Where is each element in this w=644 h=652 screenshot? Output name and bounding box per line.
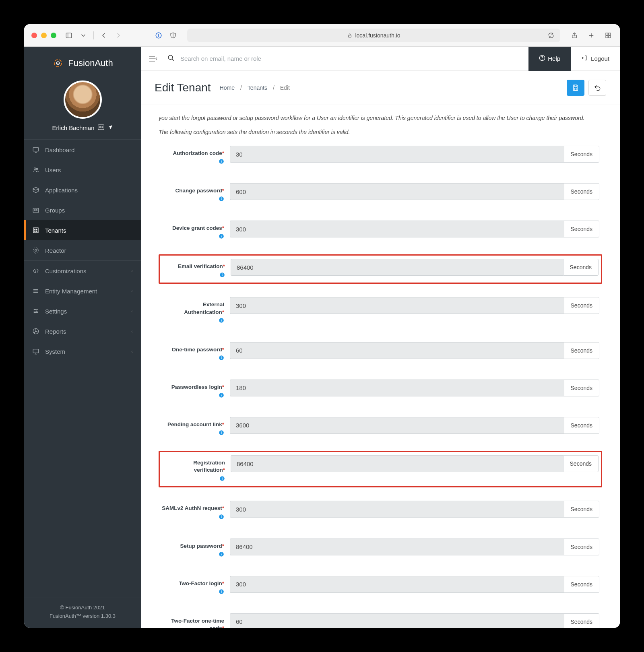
field-input[interactable] bbox=[231, 259, 563, 276]
sidebar-item-system[interactable]: System‹ bbox=[24, 341, 141, 361]
info-icon[interactable] bbox=[161, 392, 224, 400]
svg-point-58 bbox=[221, 160, 222, 161]
search-input[interactable] bbox=[180, 55, 321, 62]
svg-rect-24 bbox=[33, 228, 38, 233]
sidebar-toggle-icon[interactable] bbox=[64, 31, 73, 40]
share-icon[interactable] bbox=[570, 31, 579, 40]
browser-chrome: local.fusionauth.io bbox=[24, 24, 620, 47]
breadcrumb-tenants[interactable]: Tenants bbox=[248, 85, 267, 91]
svg-rect-54 bbox=[574, 85, 577, 87]
minimize-window-dot[interactable] bbox=[41, 33, 47, 38]
sidebar-item-users[interactable]: Users bbox=[24, 160, 141, 180]
chevron-left-icon: ‹ bbox=[131, 329, 133, 334]
save-button[interactable] bbox=[567, 80, 584, 96]
svg-point-53 bbox=[542, 59, 543, 60]
svg-rect-17 bbox=[33, 148, 39, 151]
brand-logo: FusionAuth bbox=[24, 47, 141, 76]
back-icon[interactable] bbox=[99, 31, 108, 40]
sidebar-item-entity-management[interactable]: Entity Management‹ bbox=[24, 281, 141, 301]
svg-point-30 bbox=[33, 248, 39, 253]
svg-rect-90 bbox=[221, 591, 221, 593]
id-card-icon[interactable] bbox=[98, 124, 104, 131]
onepassword-icon[interactable] bbox=[154, 31, 163, 40]
svg-rect-25 bbox=[34, 229, 35, 230]
sidebar-item-applications[interactable]: Applications bbox=[24, 180, 141, 200]
field-input[interactable] bbox=[230, 576, 564, 593]
info-icon[interactable] bbox=[162, 272, 225, 280]
sidebar-item-customizations[interactable]: Customizations‹ bbox=[24, 261, 141, 281]
reload-icon[interactable] bbox=[547, 31, 555, 40]
field-label: Pending account link bbox=[167, 421, 222, 427]
help-button[interactable]: Help bbox=[528, 47, 571, 71]
svg-rect-60 bbox=[221, 198, 221, 200]
svg-point-44 bbox=[36, 311, 37, 312]
unit-label: Seconds bbox=[564, 380, 599, 396]
collapse-sidebar-icon[interactable] bbox=[148, 54, 158, 64]
field-input[interactable] bbox=[230, 146, 564, 163]
tabs-icon[interactable] bbox=[604, 31, 613, 40]
unit-label: Seconds bbox=[564, 576, 599, 593]
username: Erlich Bachman bbox=[24, 124, 141, 131]
sidebar-item-label: Customizations bbox=[45, 268, 87, 274]
field-input[interactable] bbox=[230, 380, 564, 396]
forward-icon[interactable] bbox=[114, 31, 123, 40]
field-input[interactable] bbox=[230, 539, 564, 555]
url-bar[interactable]: local.fusionauth.io bbox=[187, 29, 560, 42]
field-input[interactable] bbox=[230, 221, 564, 237]
info-icon[interactable] bbox=[162, 476, 225, 483]
sidebar-item-groups[interactable]: Groups bbox=[24, 200, 141, 220]
logout-button[interactable]: Logout bbox=[571, 55, 620, 62]
new-tab-icon[interactable] bbox=[587, 31, 596, 40]
svg-rect-66 bbox=[222, 274, 222, 276]
form-row-change-password: Change password*Seconds bbox=[159, 180, 602, 207]
svg-point-20 bbox=[36, 168, 38, 170]
sidebar-item-tenants[interactable]: Tenants bbox=[24, 220, 141, 240]
avatar[interactable] bbox=[64, 80, 102, 119]
info-icon[interactable] bbox=[161, 196, 224, 204]
page-title: Edit Tenant bbox=[155, 81, 211, 94]
field-input[interactable] bbox=[230, 342, 564, 359]
nav-icon bbox=[32, 247, 39, 254]
chevron-down-icon[interactable] bbox=[79, 31, 88, 40]
field-input[interactable] bbox=[230, 613, 564, 628]
field-input[interactable] bbox=[230, 417, 564, 434]
info-icon[interactable] bbox=[161, 355, 224, 363]
info-icon[interactable] bbox=[161, 159, 224, 166]
field-input[interactable] bbox=[230, 183, 564, 200]
version: FusionAuth™ version 1.30.3 bbox=[24, 612, 141, 621]
field-input[interactable] bbox=[230, 297, 564, 314]
unit-label: Seconds bbox=[564, 221, 599, 237]
field-input[interactable] bbox=[230, 501, 564, 518]
svg-point-32 bbox=[37, 249, 38, 250]
field-input[interactable] bbox=[231, 455, 563, 472]
unit-label: Seconds bbox=[564, 539, 599, 555]
nav-icon bbox=[32, 186, 39, 194]
info-icon[interactable] bbox=[161, 551, 224, 559]
nav-icon bbox=[32, 307, 39, 315]
shield-icon[interactable] bbox=[169, 31, 178, 40]
unit-label: Seconds bbox=[564, 297, 599, 314]
sidebar-item-reports[interactable]: Reports‹ bbox=[24, 321, 141, 341]
topbar: Help Logout bbox=[141, 47, 620, 71]
svg-point-37 bbox=[34, 289, 35, 290]
location-arrow-icon[interactable] bbox=[107, 124, 113, 131]
maximize-window-dot[interactable] bbox=[51, 33, 56, 38]
info-icon[interactable] bbox=[161, 430, 224, 437]
sidebar-footer: © FusionAuth 2021 FusionAuth™ version 1.… bbox=[24, 598, 141, 628]
info-icon[interactable] bbox=[161, 589, 224, 596]
svg-rect-55 bbox=[574, 88, 577, 91]
unit-label: Seconds bbox=[564, 183, 599, 200]
info-icon[interactable] bbox=[161, 318, 224, 325]
svg-point-29 bbox=[35, 250, 37, 252]
svg-point-39 bbox=[34, 292, 35, 293]
svg-point-70 bbox=[221, 319, 222, 320]
info-icon[interactable] bbox=[161, 233, 224, 241]
sidebar-item-settings[interactable]: Settings‹ bbox=[24, 301, 141, 321]
breadcrumb-home[interactable]: Home bbox=[220, 85, 235, 91]
field-label: Two-Factor one-time code bbox=[171, 618, 224, 628]
info-icon[interactable] bbox=[161, 514, 224, 522]
sidebar-item-reactor[interactable]: Reactor bbox=[24, 240, 141, 260]
sidebar-item-dashboard[interactable]: Dashboard bbox=[24, 140, 141, 160]
close-window-dot[interactable] bbox=[31, 33, 37, 38]
back-button[interactable] bbox=[588, 80, 606, 96]
